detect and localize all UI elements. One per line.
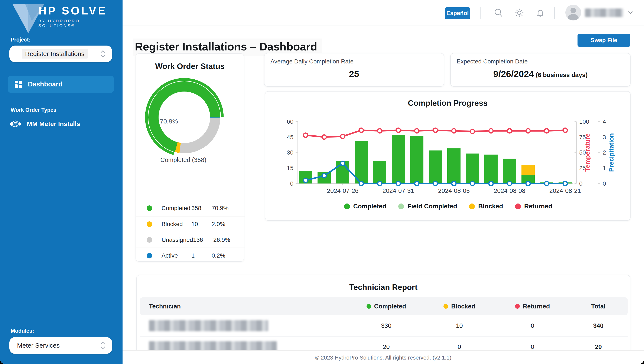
legend-dot	[147, 253, 152, 258]
sidebar-item-label: Dashboard	[28, 80, 63, 88]
sidebar-item-mm-meter-installs[interactable]: MM Meter Installs	[10, 119, 80, 128]
notifications-bell-icon[interactable]	[535, 8, 545, 18]
legend-item-field-completed[interactable]: Field Completed	[398, 203, 457, 210]
svg-text:30: 30	[287, 149, 293, 156]
sidebar: HP SOLVE BY HYDROPRO SOLUTIONS® Project:…	[0, 0, 123, 364]
completion-progress-title: Completion Progress	[265, 99, 630, 108]
col-blocked: Blocked	[423, 303, 496, 310]
col-completed: Completed	[350, 303, 423, 310]
legend-dot	[367, 304, 371, 309]
work-order-types-label: Work Order Types	[11, 107, 56, 113]
select-updown-icon	[100, 341, 106, 350]
legend-item-completed[interactable]: Completed 358 70.9%	[136, 200, 245, 216]
completion-progress-card: Completion Progress 0153045602024-07-262…	[265, 91, 630, 221]
svg-text:4: 4	[603, 118, 606, 125]
technician-name-blurred	[140, 320, 350, 331]
svg-text:2024-08-05: 2024-08-05	[438, 187, 470, 194]
expected-date-label: Expected Completion Date	[457, 58, 528, 65]
modules-label: Modules:	[11, 328, 34, 334]
legend-item-blocked[interactable]: Blocked	[469, 203, 503, 210]
modules-select[interactable]: Meter Services	[9, 337, 112, 354]
water-meter-icon	[10, 119, 21, 128]
completion-progress-legend: Completed Field Completed Blocked Return…	[265, 203, 631, 210]
expected-date-value: 9/26/2024 (6 business days)	[451, 69, 630, 79]
project-select-value: Register Installations	[22, 49, 88, 58]
svg-text:2024-08-08: 2024-08-08	[494, 187, 525, 194]
svg-text:0: 0	[603, 180, 606, 187]
svg-text:0: 0	[290, 180, 293, 187]
svg-text:2: 2	[603, 149, 606, 156]
search-icon[interactable]	[493, 8, 504, 18]
svg-text:2024-08-21: 2024-08-21	[549, 187, 581, 194]
language-button[interactable]: Español	[445, 7, 470, 19]
col-total: Total	[569, 303, 627, 310]
legend-dot	[398, 204, 404, 209]
legend-item-returned[interactable]: Returned	[515, 203, 552, 210]
table-row[interactable]: 330 10 0 340	[140, 315, 627, 336]
avg-daily-completion-card: Average Daily Completion Rate 25	[264, 53, 444, 87]
donut-center-label: Completed (358)	[136, 156, 231, 164]
hp-solve-logo: HP SOLVE BY HYDROPRO SOLUTIONS®	[11, 2, 113, 34]
main-content: Register Installations – Dashboard Swap …	[123, 26, 644, 364]
svg-text:15: 15	[287, 165, 293, 171]
svg-text:100: 100	[579, 118, 589, 125]
logo-title: HP SOLVE	[38, 4, 113, 17]
topbar-divider	[554, 7, 555, 19]
project-label: Project:	[11, 36, 31, 43]
chevron-down-icon[interactable]	[627, 10, 633, 15]
user-name-blurred[interactable]	[585, 8, 623, 17]
svg-text:0: 0	[579, 180, 583, 187]
select-updown-icon	[100, 50, 106, 58]
footer: © 2023 HydroPro Solutions. All rights re…	[123, 350, 644, 364]
legend-item-completed[interactable]: Completed	[344, 203, 386, 210]
svg-text:60: 60	[287, 118, 293, 125]
expected-completion-card: Expected Completion Date 9/26/2024 (6 bu…	[450, 53, 630, 87]
project-select[interactable]: Register Installations	[9, 46, 112, 62]
technician-table-header: Technician Completed Blocked Returned To…	[140, 297, 627, 315]
svg-text:Temperature: Temperature	[584, 134, 591, 172]
svg-text:1: 1	[603, 165, 606, 171]
work-order-status-legend: Completed 358 70.9% Blocked 10 2.0% Unas…	[136, 200, 245, 263]
legend-dot	[469, 204, 475, 209]
legend-item-active[interactable]: Active 1 0.2%	[136, 248, 245, 263]
col-technician: Technician	[140, 303, 350, 310]
col-returned: Returned	[496, 303, 569, 310]
modules-select-value: Meter Services	[9, 342, 100, 349]
technician-table: Technician Completed Blocked Returned To…	[140, 297, 627, 357]
avg-daily-value: 25	[264, 69, 444, 79]
topbar: Español	[123, 0, 644, 26]
brightness-icon[interactable]	[514, 8, 524, 18]
legend-dot	[344, 204, 350, 209]
swap-file-button[interactable]: Swap File	[577, 34, 630, 47]
topbar-divider	[480, 7, 481, 19]
technician-report-title: Technician Report	[137, 283, 630, 292]
legend-dot	[515, 304, 520, 309]
app-window: HP SOLVE BY HYDROPRO SOLUTIONS® Project:…	[0, 0, 644, 364]
completion-progress-chart: 0153045602024-07-262024-07-312024-08-052…	[265, 110, 631, 201]
sidebar-item-label: MM Meter Installs	[27, 120, 80, 128]
legend-dot	[147, 222, 152, 227]
legend-dot	[443, 304, 448, 309]
legend-dot	[147, 206, 152, 211]
svg-text:45: 45	[287, 134, 293, 140]
copyright-text: © 2023 HydroPro Solutions. All rights re…	[123, 354, 644, 361]
donut-percent-label: 70.9%	[160, 118, 178, 125]
legend-item-blocked[interactable]: Blocked 10 2.0%	[136, 216, 245, 232]
legend-dot	[147, 237, 152, 243]
legend-item-unassigned[interactable]: Unassigned 136 26.9%	[136, 232, 245, 248]
expected-date-note: (6 business days)	[534, 72, 587, 78]
svg-text:2024-07-31: 2024-07-31	[383, 187, 414, 194]
avatar[interactable]	[565, 5, 581, 20]
svg-text:Precipitation: Precipitation	[608, 133, 615, 172]
logo-subtitle: BY HYDROPRO SOLUTIONS®	[38, 19, 113, 28]
legend-dot	[515, 204, 521, 209]
work-order-status-card: Work Order Status 70.9% Completed (358) …	[136, 54, 244, 262]
svg-text:2024-07-26: 2024-07-26	[327, 187, 359, 194]
dashboard-icon	[14, 80, 22, 88]
sidebar-item-dashboard[interactable]: Dashboard	[8, 76, 114, 93]
svg-text:3: 3	[603, 134, 606, 140]
work-order-status-donut: 70.9% Completed (358)	[136, 54, 245, 190]
avg-daily-label: Average Daily Completion Rate	[270, 58, 354, 65]
